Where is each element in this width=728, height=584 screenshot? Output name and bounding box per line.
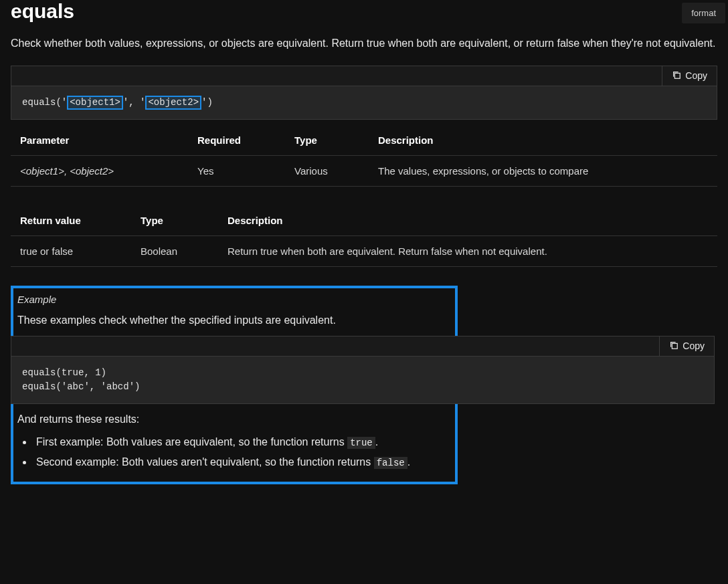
results-list: First example: Both values are equivalen… xyxy=(33,432,452,473)
svg-rect-0 xyxy=(675,73,680,78)
param-cell-type: Various xyxy=(285,155,369,186)
copy-button[interactable]: Copy xyxy=(659,336,714,356)
return-cell-description: Return true when both are equivalent. Re… xyxy=(218,235,717,266)
syntax-token-object1: <object1> xyxy=(67,96,123,110)
svg-rect-1 xyxy=(672,343,678,349)
example-block: Example These examples check whether the… xyxy=(11,286,458,485)
copy-button[interactable]: Copy xyxy=(662,66,717,86)
return-header-description: Description xyxy=(218,205,717,236)
doc-page: equals Check whether both values, expres… xyxy=(0,0,728,495)
example-codebox: Copy equals(true, 1) equals('abc', 'abcd… xyxy=(11,336,715,404)
inline-code: true xyxy=(347,437,375,449)
table-row: true or false Boolean Return true when b… xyxy=(11,235,717,266)
return-cell-value: true or false xyxy=(11,235,131,266)
results-label: And returns these results: xyxy=(17,413,452,425)
example-code: equals(true, 1) equals('abc', 'abcd') xyxy=(11,357,714,403)
syntax-codebox: Copy equals('<object1>', '<object2>') xyxy=(11,66,717,120)
copy-label: Copy xyxy=(682,340,705,351)
function-title: equals xyxy=(11,0,717,23)
codebox-header: Copy xyxy=(11,66,717,86)
param-cell-description: The values, expressions, or objects to c… xyxy=(369,155,717,186)
format-tag: format xyxy=(682,3,725,23)
codebox-header: Copy xyxy=(11,336,714,357)
param-header-description: Description xyxy=(369,125,717,156)
return-header-type: Type xyxy=(131,205,218,236)
copy-icon xyxy=(669,340,678,352)
syntax-code: equals('<object1>', '<object2>') xyxy=(11,86,717,119)
copy-icon xyxy=(672,70,681,82)
parameters-table: Parameter Required Type Description <obj… xyxy=(11,125,717,187)
return-table: Return value Type Description true or fa… xyxy=(11,205,717,267)
return-cell-type: Boolean xyxy=(131,235,218,266)
param-cell-parameter: <object1>, <object2> xyxy=(11,155,188,186)
lead-paragraph: Check whether both values, expressions, … xyxy=(11,35,717,52)
example-description: These examples check whether the specifi… xyxy=(17,314,452,326)
param-header-type: Type xyxy=(285,125,369,156)
copy-label: Copy xyxy=(685,70,707,81)
return-header-value: Return value xyxy=(11,205,131,236)
inline-code: false xyxy=(374,457,407,469)
param-cell-required: Yes xyxy=(188,155,285,186)
table-row: <object1>, <object2> Yes Various The val… xyxy=(11,155,717,186)
param-header-parameter: Parameter xyxy=(11,125,188,156)
list-item: Second example: Both values aren't equiv… xyxy=(33,452,452,472)
example-label: Example xyxy=(17,294,452,305)
list-item: First example: Both values are equivalen… xyxy=(33,432,452,452)
param-header-required: Required xyxy=(188,125,285,156)
syntax-token-object2: <object2> xyxy=(145,96,201,110)
